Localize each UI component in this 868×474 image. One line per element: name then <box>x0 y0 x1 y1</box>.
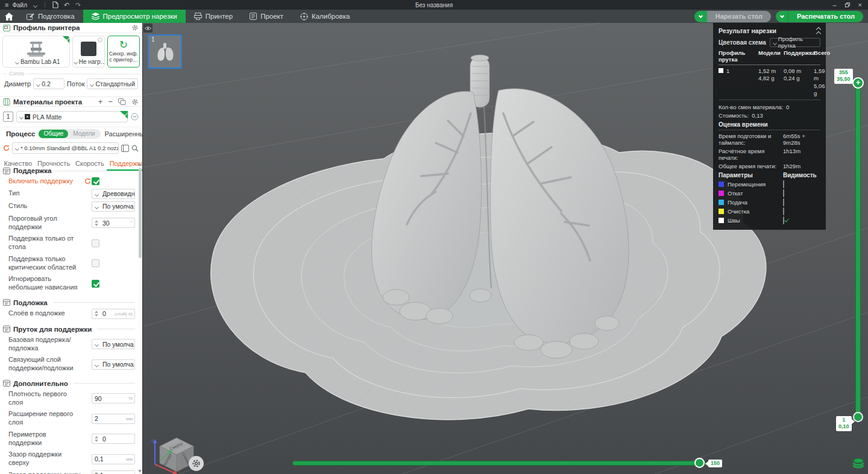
slice-options-chevron-icon[interactable] <box>694 11 707 22</box>
preview-3d-viewport[interactable]: 1 Результат нарезки Цветовая схема Профи… <box>143 23 868 474</box>
scope-objects-segment[interactable]: Модели <box>68 130 99 138</box>
setting-spin[interactable]: 0слой(-я) <box>92 309 135 319</box>
cube-faces[interactable]: Сверху Спереди Справа <box>160 438 193 472</box>
tab-calibration[interactable]: Калибровка <box>292 10 358 23</box>
file-menu[interactable]: Файл <box>12 2 27 8</box>
hamburger-menu-icon[interactable]: ≡ <box>5 1 8 8</box>
setting-dropdown[interactable]: Древовидн… <box>92 189 135 199</box>
legend-visibility-checkbox[interactable] <box>783 180 784 188</box>
setting-spin[interactable]: 30° <box>92 218 135 228</box>
time-label: Время подготовки и таймлапс: <box>719 133 783 146</box>
setting-checkbox[interactable] <box>92 259 99 267</box>
dropdown-chevron-icon[interactable] <box>95 192 99 197</box>
printer-panel-title: Профиль принтера <box>13 24 128 31</box>
flow-select[interactable]: Стандартный <box>87 78 138 89</box>
setting-spin[interactable]: 0 <box>92 434 135 444</box>
sync-printer-card[interactable]: ↻ Синхр. инф.с принтер… <box>107 36 140 68</box>
remove-filament-button[interactable]: − <box>108 98 113 106</box>
dropdown-chevron-icon[interactable] <box>95 362 99 367</box>
scroll-down-arrow-icon[interactable] <box>138 470 142 473</box>
plate-thumbnail-1[interactable]: 1 <box>148 34 182 69</box>
layer-slider-top-handle[interactable]: + <box>852 77 864 89</box>
scroll-up-arrow-icon[interactable] <box>138 163 142 166</box>
add-filament-button[interactable]: + <box>98 98 103 106</box>
setting-dropdown[interactable]: По умолча… <box>92 339 135 349</box>
process-scope-toggle[interactable]: Общие Модели <box>38 129 100 139</box>
print-options-chevron-icon[interactable] <box>776 11 788 22</box>
legend-visibility-checkbox[interactable] <box>783 189 784 197</box>
setting-checkbox[interactable] <box>92 239 99 247</box>
reset-preset-icon[interactable] <box>3 145 10 151</box>
close-button[interactable]: × <box>858 2 862 8</box>
spinner-arrows-icon[interactable] <box>95 436 98 442</box>
legend-visibility-checkbox[interactable] <box>783 207 784 215</box>
tab-prepare[interactable]: Подготовка <box>18 10 83 23</box>
filament-select[interactable]: PLA Matte <box>16 111 128 122</box>
file-menu-chevron-icon[interactable] <box>33 3 37 7</box>
layer-slider-bottom-handle[interactable] <box>853 412 863 422</box>
viewport-settings-button[interactable] <box>189 456 204 471</box>
move-slider-handle[interactable] <box>694 458 705 468</box>
scope-global-segment[interactable]: Общие <box>39 130 68 138</box>
printer-card-chevron-icon[interactable] <box>15 60 19 65</box>
section-divider <box>53 302 135 303</box>
undo-icon[interactable]: ↶ <box>63 1 71 8</box>
process-preset-select[interactable]: * 0.10mm Standard @BBL A1 0.2 nozzle <box>12 142 119 154</box>
setting-checkbox[interactable] <box>92 177 99 185</box>
legend-visibility-checkbox[interactable] <box>783 198 784 206</box>
reset-value-icon[interactable] <box>83 178 92 185</box>
time-estimate-title: Оценка времени <box>719 119 820 130</box>
nozzle-diameter-value: 0.2 <box>42 80 51 87</box>
home-tab[interactable] <box>0 10 18 23</box>
spinner-arrows-icon[interactable] <box>95 220 98 226</box>
restore-button[interactable] <box>845 2 850 7</box>
printer-card[interactable]: Bambu Lab A1 <box>2 36 70 68</box>
toggle-plate-thumbnails-button[interactable] <box>143 24 153 33</box>
collapse-panel-icon[interactable] <box>817 28 820 36</box>
new-project-icon[interactable] <box>51 1 59 8</box>
sync-label-line1: Синхр. инф. <box>109 51 138 57</box>
setting-row: Зазор поддержки сверху0,1мм <box>0 449 137 469</box>
tab-preview[interactable]: Предпросмотр нарезки <box>83 10 186 23</box>
filament-synced-check-icon <box>120 111 128 119</box>
tab-project[interactable]: Проект <box>241 10 292 23</box>
materials-settings-gear-icon[interactable] <box>131 98 139 106</box>
layer-slider-track[interactable] <box>855 83 861 416</box>
legend-visibility-checkbox[interactable] <box>783 216 784 224</box>
settings-scrollbar[interactable] <box>138 163 142 473</box>
cost-label: Стоимость: <box>719 112 749 119</box>
dropdown-chevron-icon[interactable] <box>95 205 99 209</box>
setting-input[interactable]: 2мм <box>92 414 135 424</box>
plate-info-icon[interactable]: i <box>98 37 102 42</box>
setting-dropdown[interactable]: По умолча… <box>92 359 135 370</box>
dropdown-chevron-icon[interactable] <box>95 343 99 347</box>
setting-dropdown[interactable]: По умолча… <box>92 201 135 212</box>
setting-row: Включить поддержку <box>0 175 137 188</box>
process-panel-title: Процесс <box>6 130 35 137</box>
build-plate-card[interactable]: i Не нагр… <box>72 36 104 68</box>
sync-filament-list-icon[interactable] <box>118 98 126 105</box>
plate-card-chevron-icon[interactable] <box>74 60 78 65</box>
setting-input[interactable]: 0,1мм <box>92 470 135 474</box>
color-scheme-select[interactable]: Профиль прутка <box>770 38 820 47</box>
advanced-section-icon <box>3 380 10 387</box>
setting-checkbox[interactable] <box>92 280 99 288</box>
redo-icon[interactable]: ↷ <box>74 1 82 8</box>
slice-plate-button[interactable]: Нарезать стол <box>694 11 771 22</box>
delete-filament-icon[interactable] <box>131 113 139 121</box>
printer-settings-gear-icon[interactable] <box>131 24 139 31</box>
search-preset-icon[interactable] <box>131 145 139 152</box>
layer-view-button[interactable] <box>852 457 865 469</box>
print-plate-button[interactable]: Распечатать стол <box>776 11 863 22</box>
save-preset-icon[interactable] <box>121 145 129 152</box>
move-slider-track[interactable] <box>292 461 706 466</box>
nozzle-diameter-select[interactable]: 0.2 <box>33 78 64 89</box>
result-table-header: Профиль пруткаМоделиПоддержкаВсего <box>719 48 820 65</box>
minimize-button[interactable]: – <box>832 2 836 8</box>
setting-input[interactable]: 0,1мм <box>92 454 135 464</box>
spinner-arrows-icon[interactable] <box>95 311 98 317</box>
setting-input[interactable]: 90% <box>92 393 135 403</box>
filament-slot-number[interactable]: 1 <box>3 112 13 122</box>
tab-printer[interactable]: Принтер <box>186 10 241 23</box>
settings-scrollbar-thumb[interactable] <box>139 168 142 258</box>
